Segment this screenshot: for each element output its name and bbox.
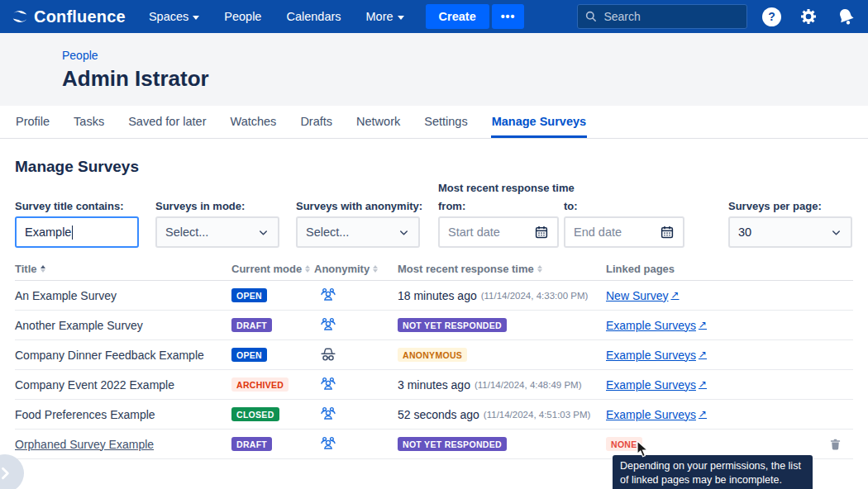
to-label: to: — [564, 200, 578, 212]
search-icon — [584, 10, 598, 23]
header-current-mode[interactable]: Current mode — [231, 263, 314, 275]
to-date-input[interactable]: End date — [564, 216, 684, 248]
mode-badge: CLOSED — [231, 407, 279, 421]
per-page-select[interactable]: 30 — [728, 216, 852, 248]
table-row[interactable]: An Example Survey OPEN 18 minutes ago(11… — [15, 281, 853, 311]
tab-network[interactable]: Network — [355, 107, 401, 138]
table-row[interactable]: Another Example Survey DRAFT NOT YET RES… — [15, 311, 853, 340]
external-link-icon: ↗ — [670, 289, 679, 301]
chevron-down-icon — [398, 226, 410, 239]
top-navbar: Confluence Spaces People Calendars More … — [0, 0, 868, 33]
tab-manage-surveys[interactable]: Manage Surveys — [491, 107, 587, 138]
survey-title[interactable]: Company Event 2022 Example — [15, 378, 174, 392]
anonymity-select[interactable]: Select... — [296, 216, 420, 248]
tab-settings[interactable]: Settings — [423, 107, 468, 138]
survey-title[interactable]: An Example Survey — [15, 289, 117, 302]
nav-calendars[interactable]: Calendars — [286, 10, 341, 23]
sidebar-expand-button[interactable] — [0, 454, 24, 489]
anonymity-filter-label: Surveys with anonymity: — [296, 200, 422, 212]
nav-people[interactable]: People — [224, 10, 261, 23]
external-link-icon: ↗ — [699, 408, 707, 420]
table-row[interactable]: Company Dinner Feedback Example OPEN ANO… — [15, 340, 853, 370]
survey-title[interactable]: Orphaned Survey Example — [15, 438, 154, 451]
per-page-label: Surveys per page: — [728, 200, 822, 212]
sort-indicator — [537, 265, 542, 273]
global-search[interactable] — [577, 4, 747, 29]
mode-badge: ARCHIVED — [231, 377, 289, 392]
confluence-logo-icon — [12, 8, 28, 25]
calendar-icon[interactable] — [534, 225, 549, 240]
search-input[interactable] — [603, 10, 736, 23]
linked-page-link[interactable]: Example Surveys↗ — [606, 319, 707, 332]
nav-spaces[interactable]: Spaces — [149, 10, 199, 23]
trash-icon — [828, 437, 842, 452]
external-link-icon: ↗ — [699, 319, 707, 330]
tab-watches[interactable]: Watches — [230, 107, 278, 138]
linked-page-link[interactable]: Example Surveys↗ — [606, 349, 707, 362]
response-status-badge: ANONYMOUS — [398, 348, 467, 362]
linked-page-link[interactable]: New Survey↗ — [606, 289, 680, 302]
profile-header: People Admin Istrator — [0, 33, 868, 106]
mode-badge: OPEN — [231, 288, 267, 302]
group-anonymity-icon — [319, 316, 337, 334]
table-header-row: Title Current mode Anonymity Most recent… — [15, 258, 853, 281]
title-filter-label: Survey title contains: — [15, 200, 123, 212]
mode-select[interactable]: Select... — [155, 216, 279, 248]
text-caret — [72, 226, 73, 240]
no-linked-pages-badge: NONE — [606, 437, 642, 451]
survey-title[interactable]: Another Example Survey — [15, 319, 143, 332]
response-status-badge: NOT YET RESPONDED — [398, 437, 507, 451]
tab-saved-for-later[interactable]: Saved for later — [127, 107, 207, 138]
response-status-badge: NOT YET RESPONDED — [398, 318, 507, 332]
survey-filters: Survey title contains: Example Surveys i… — [15, 182, 853, 253]
help-icon[interactable]: ? — [762, 7, 781, 26]
response-time-group-label: Most recent response time — [438, 182, 575, 194]
sort-indicator — [373, 265, 378, 273]
chevron-right-icon — [0, 465, 13, 482]
table-row[interactable]: Food Preferences Example CLOSED 52 secon… — [15, 400, 853, 430]
people-breadcrumb-link[interactable]: People — [62, 49, 98, 62]
mode-badge: DRAFT — [231, 318, 272, 332]
header-response-time[interactable]: Most recent response time — [398, 263, 606, 275]
group-anonymity-icon — [319, 287, 337, 304]
external-link-icon: ↗ — [699, 378, 707, 390]
create-button[interactable]: Create — [426, 4, 489, 29]
mode-filter-label: Surveys in mode: — [155, 200, 245, 212]
survey-title[interactable]: Company Dinner Feedback Example — [15, 349, 204, 362]
chevron-down-icon — [398, 16, 404, 20]
mode-badge: DRAFT — [231, 437, 272, 451]
linked-pages-tooltip: Depending on your permissions, the list … — [613, 455, 813, 489]
chevron-down-icon — [257, 226, 269, 239]
sort-indicator — [305, 265, 310, 273]
group-anonymity-icon — [319, 435, 337, 453]
from-date-input[interactable]: Start date — [438, 216, 559, 248]
from-label: from: — [438, 200, 465, 212]
header-linked-pages: Linked pages — [606, 263, 828, 275]
gear-icon[interactable] — [799, 7, 818, 26]
header-anonymity[interactable]: Anonymity — [314, 263, 398, 275]
linked-page-link[interactable]: Example Surveys↗ — [606, 378, 707, 392]
header-title[interactable]: Title — [15, 263, 231, 275]
survey-title[interactable]: Food Preferences Example — [15, 408, 155, 421]
profile-tabbar: Profile Tasks Saved for later Watches Dr… — [0, 106, 868, 139]
calendar-icon[interactable] — [660, 225, 675, 240]
group-anonymity-icon — [319, 376, 337, 393]
surveys-table: Title Current mode Anonymity Most recent… — [15, 258, 853, 459]
chevron-down-icon — [830, 226, 842, 239]
table-row[interactable]: Company Event 2022 Example ARCHIVED 3 mi… — [15, 370, 853, 400]
confluence-logo[interactable]: Confluence — [12, 7, 126, 26]
notifications-bell-icon[interactable] — [836, 7, 856, 27]
more-actions-button[interactable]: ••• — [492, 4, 525, 29]
logo-text: Confluence — [34, 7, 126, 26]
linked-page-link[interactable]: Example Surveys↗ — [606, 408, 707, 421]
incognito-anonymity-icon — [319, 346, 337, 363]
tab-profile[interactable]: Profile — [15, 107, 50, 138]
tab-drafts[interactable]: Drafts — [299, 107, 333, 138]
group-anonymity-icon — [319, 406, 337, 423]
mode-badge: OPEN — [231, 348, 267, 362]
delete-survey-button[interactable] — [828, 437, 853, 452]
title-filter-input[interactable]: Example — [15, 216, 139, 248]
nav-more[interactable]: More — [366, 10, 404, 23]
tab-tasks[interactable]: Tasks — [73, 107, 105, 138]
sort-indicator — [41, 265, 45, 273]
